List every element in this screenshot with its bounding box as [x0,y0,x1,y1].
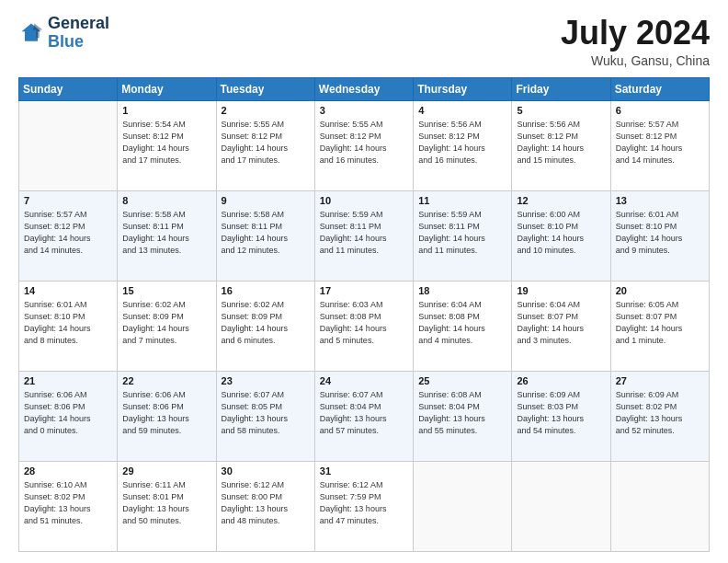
calendar-cell: 16Sunrise: 6:02 AMSunset: 8:09 PMDayligh… [216,281,314,371]
calendar-week-row: 7Sunrise: 5:57 AMSunset: 8:12 PMDaylight… [19,190,710,281]
day-info: Sunrise: 6:00 AMSunset: 8:10 PMDaylight:… [517,209,605,257]
day-info: Sunrise: 6:12 AMSunset: 7:59 PMDaylight:… [320,479,408,527]
sunset-text: Sunset: 8:07 PM [517,312,578,321]
daylight-text-2: and 7 minutes. [122,336,176,345]
daylight-text: Daylight: 13 hours [517,414,584,423]
day-number: 18 [418,284,506,298]
day-info: Sunrise: 6:04 AMSunset: 8:07 PMDaylight:… [517,299,605,347]
sunset-text: Sunset: 8:12 PM [24,222,85,231]
sunrise-text: Sunrise: 5:56 AM [418,120,482,129]
daylight-text-2: and 54 minutes. [517,426,575,435]
daylight-text: Daylight: 14 hours [24,234,91,243]
sunrise-text: Sunrise: 6:06 AM [24,390,87,399]
sunset-text: Sunset: 8:07 PM [616,312,677,321]
calendar-cell: 24Sunrise: 6:07 AMSunset: 8:04 PMDayligh… [314,371,413,461]
sunset-text: Sunset: 8:05 PM [222,402,283,411]
calendar-cell [512,461,610,551]
day-number: 31 [320,465,408,478]
day-info: Sunrise: 6:07 AMSunset: 8:04 PMDaylight:… [320,389,408,437]
calendar-cell: 9Sunrise: 5:58 AMSunset: 8:11 PMDaylight… [216,190,314,281]
day-info: Sunrise: 6:02 AMSunset: 8:09 PMDaylight:… [122,299,210,347]
logo: General Blue [18,15,109,52]
day-number: 7 [24,194,112,208]
sunrise-text: Sunrise: 5:58 AM [222,210,285,219]
sunset-text: Sunset: 8:04 PM [320,402,381,411]
title-block: July 2024 Wuku, Gansu, China [561,15,710,68]
day-number: 3 [320,104,408,118]
day-number: 24 [320,374,408,388]
calendar-cell: 11Sunrise: 5:59 AMSunset: 8:11 PMDayligh… [414,190,512,281]
daylight-text: Daylight: 14 hours [222,234,289,243]
day-number: 28 [24,465,112,478]
daylight-text-2: and 1 minute. [616,336,666,345]
sunset-text: Sunset: 8:03 PM [517,402,578,411]
sunset-text: Sunset: 8:06 PM [122,402,184,411]
day-info: Sunrise: 5:55 AMSunset: 8:12 PMDaylight:… [320,119,408,167]
sunset-text: Sunset: 8:09 PM [222,312,283,321]
daylight-text: Daylight: 14 hours [418,144,485,153]
daylight-text: Daylight: 13 hours [122,504,189,513]
sunrise-text: Sunrise: 6:02 AM [122,300,186,309]
day-info: Sunrise: 6:01 AMSunset: 8:10 PMDaylight:… [24,299,112,347]
calendar-cell: 23Sunrise: 6:07 AMSunset: 8:05 PMDayligh… [216,371,314,461]
day-number: 6 [616,104,704,118]
day-number: 16 [222,284,310,298]
calendar-cell [610,461,709,551]
calendar-cell: 10Sunrise: 5:59 AMSunset: 8:11 PMDayligh… [314,190,413,281]
sunset-text: Sunset: 8:08 PM [418,312,480,321]
day-info: Sunrise: 6:06 AMSunset: 8:06 PMDaylight:… [24,389,112,437]
calendar-cell: 3Sunrise: 5:55 AMSunset: 8:12 PMDaylight… [314,100,413,190]
calendar-cell: 8Sunrise: 5:58 AMSunset: 8:11 PMDaylight… [118,190,216,281]
daylight-text-2: and 17 minutes. [122,155,181,165]
day-number: 12 [517,194,605,208]
weekday-header: Tuesday [216,77,314,100]
day-number: 22 [122,374,210,388]
day-info: Sunrise: 6:07 AMSunset: 8:05 PMDaylight:… [222,389,310,437]
sunrise-text: Sunrise: 6:10 AM [24,480,87,489]
sunset-text: Sunset: 8:02 PM [24,492,85,501]
day-info: Sunrise: 6:03 AMSunset: 8:08 PMDaylight:… [320,299,408,347]
day-number: 19 [517,284,605,298]
day-info: Sunrise: 6:05 AMSunset: 8:07 PMDaylight:… [616,299,704,347]
calendar-cell: 12Sunrise: 6:00 AMSunset: 8:10 PMDayligh… [512,190,610,281]
day-number: 23 [222,374,310,388]
sunrise-text: Sunrise: 6:01 AM [616,210,679,219]
sunset-text: Sunset: 7:59 PM [320,492,381,501]
daylight-text: Daylight: 13 hours [320,414,387,423]
sunrise-text: Sunrise: 6:02 AM [222,300,285,309]
sunrise-text: Sunrise: 6:12 AM [222,480,285,489]
day-info: Sunrise: 5:55 AMSunset: 8:12 PMDaylight:… [222,119,310,167]
day-number: 2 [222,104,310,118]
sunrise-text: Sunrise: 6:04 AM [418,300,482,309]
sunset-text: Sunset: 8:10 PM [517,222,578,231]
sunset-text: Sunset: 8:12 PM [122,132,184,141]
daylight-text-2: and 16 minutes. [418,155,477,165]
daylight-text: Daylight: 14 hours [517,234,584,243]
day-number: 10 [320,194,408,208]
daylight-text-2: and 8 minutes. [24,336,78,345]
calendar-cell: 2Sunrise: 5:55 AMSunset: 8:12 PMDaylight… [216,100,314,190]
daylight-text: Daylight: 14 hours [24,324,91,333]
daylight-text-2: and 55 minutes. [418,426,477,435]
daylight-text: Daylight: 14 hours [222,144,289,153]
sunrise-text: Sunrise: 6:12 AM [320,480,383,489]
daylight-text: Daylight: 14 hours [616,234,683,243]
calendar-cell [414,461,512,551]
sunrise-text: Sunrise: 6:11 AM [122,480,186,489]
daylight-text-2: and 47 minutes. [320,516,379,525]
daylight-text-2: and 57 minutes. [320,426,379,435]
day-number: 4 [418,104,506,118]
calendar-cell: 31Sunrise: 6:12 AMSunset: 7:59 PMDayligh… [314,461,413,551]
daylight-text: Daylight: 13 hours [222,504,289,513]
weekday-header: Saturday [610,77,709,100]
day-number: 21 [24,374,112,388]
day-info: Sunrise: 6:09 AMSunset: 8:02 PMDaylight:… [616,389,704,437]
calendar-cell: 17Sunrise: 6:03 AMSunset: 8:08 PMDayligh… [314,281,413,371]
logo-icon [18,20,44,46]
daylight-text: Daylight: 14 hours [122,234,189,243]
calendar-cell: 5Sunrise: 5:56 AMSunset: 8:12 PMDaylight… [512,100,610,190]
day-info: Sunrise: 5:54 AMSunset: 8:12 PMDaylight:… [122,119,210,167]
day-info: Sunrise: 5:56 AMSunset: 8:12 PMDaylight:… [517,119,605,167]
calendar-cell: 27Sunrise: 6:09 AMSunset: 8:02 PMDayligh… [610,371,709,461]
daylight-text: Daylight: 13 hours [418,414,485,423]
